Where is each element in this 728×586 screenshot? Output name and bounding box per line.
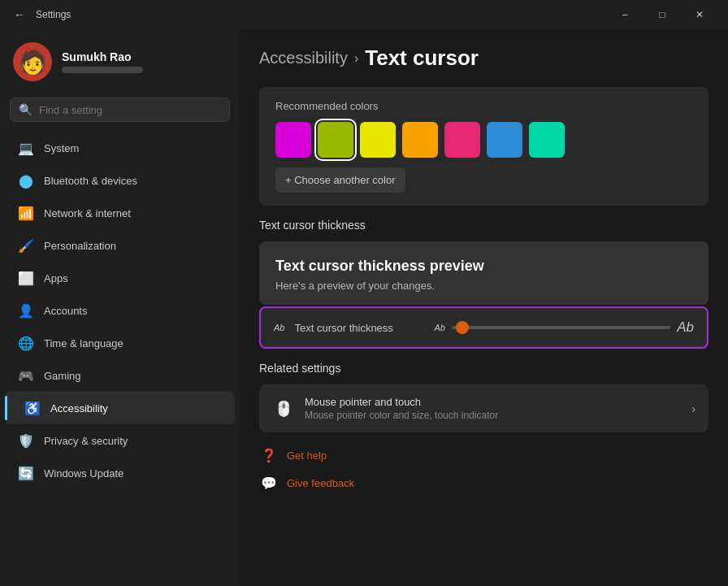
sidebar-item-personalization[interactable]: 🖌️ Personalization <box>5 229 235 262</box>
slider-track[interactable] <box>452 326 670 329</box>
sidebar-item-label: Privacy & security <box>44 435 128 447</box>
swatch-blue[interactable] <box>487 122 522 158</box>
swatch-purple[interactable] <box>275 122 311 158</box>
swatch-orange[interactable] <box>402 122 438 158</box>
privacy-icon: 🛡️ <box>18 432 34 449</box>
sidebar-item-label: Accessibility <box>50 402 108 415</box>
user-subtitle <box>62 67 143 73</box>
get-help-link[interactable]: ❓ Get help <box>259 445 708 465</box>
sidebar-item-update[interactable]: 🔄 Windows Update <box>5 457 235 489</box>
close-button[interactable]: ✕ <box>681 2 718 27</box>
sidebar-item-gaming[interactable]: 🎮 Gaming <box>5 359 235 392</box>
slider-row: Ab Text cursor thickness Ab Ab <box>259 306 708 349</box>
page-title: Text cursor <box>365 46 479 71</box>
thickness-section: Text cursor thickness Text cursor thickn… <box>259 219 708 349</box>
titlebar-controls: – □ ✕ <box>606 2 718 27</box>
personalization-icon: 🖌️ <box>18 237 34 254</box>
thickness-section-title: Text cursor thickness <box>259 219 708 232</box>
user-name: Sumukh Rao <box>62 50 143 63</box>
swatch-yellow[interactable] <box>360 122 396 158</box>
sidebar-item-label: Windows Update <box>44 467 124 480</box>
active-indicator <box>5 396 7 420</box>
related-item-chevron: › <box>691 402 696 415</box>
mouse-icon: 🖱️ <box>272 397 295 420</box>
maximize-button[interactable]: □ <box>644 2 681 27</box>
sidebar-item-label: Gaming <box>44 370 81 382</box>
swatch-green[interactable] <box>318 122 353 158</box>
thickness-preview-card: Text cursor thickness preview Here's a p… <box>259 241 708 305</box>
ab-label-left: Ab <box>274 323 284 332</box>
sidebar-item-label: Accounts <box>44 305 87 317</box>
sidebar-item-system[interactable]: 💻 System <box>5 132 235 164</box>
back-button[interactable]: ← <box>10 5 29 24</box>
sidebar-item-apps[interactable]: ⬜ Apps <box>5 262 235 294</box>
get-help-label: Get help <box>287 449 327 462</box>
app-body: 🧑 Sumukh Rao 🔍 💻 System ⬤ Bluetooth & de… <box>0 29 728 586</box>
search-icon: 🔍 <box>19 103 32 116</box>
network-icon: 📶 <box>18 205 34 221</box>
sidebar-item-time[interactable]: 🌐 Time & language <box>5 327 235 359</box>
titlebar: ← Settings – □ ✕ <box>0 0 728 29</box>
sidebar-item-label: Network & internet <box>44 207 131 219</box>
swatch-teal[interactable] <box>529 122 565 158</box>
colors-card: Recommended colors + Choose another colo… <box>259 87 708 206</box>
system-icon: 💻 <box>18 140 34 156</box>
time-icon: 🌐 <box>18 335 34 351</box>
sidebar-item-label: Time & language <box>44 337 124 349</box>
page-header: Accessibility › Text cursor <box>259 46 708 71</box>
breadcrumb-chevron: › <box>354 51 358 66</box>
titlebar-title: Settings <box>36 9 71 20</box>
related-item-subtitle: Mouse pointer color and size, touch indi… <box>305 410 498 421</box>
apps-icon: ⬜ <box>18 270 34 286</box>
give-feedback-link[interactable]: 💬 Give feedback <box>259 473 708 493</box>
color-swatches <box>275 122 692 158</box>
preview-subtitle: Here's a preview of your changes. <box>275 280 692 292</box>
choose-color-button[interactable]: + Choose another color <box>275 167 405 193</box>
slider-label: Text cursor thickness <box>294 322 424 334</box>
sidebar-item-privacy[interactable]: 🛡️ Privacy & security <box>5 424 235 457</box>
related-title: Related settings <box>259 362 708 375</box>
swatch-pink[interactable] <box>444 122 480 158</box>
user-info: Sumukh Rao <box>62 50 143 73</box>
related-item-left: 🖱️ Mouse pointer and touch Mouse pointer… <box>272 396 498 421</box>
search-input[interactable] <box>39 104 221 116</box>
slider-thumb[interactable] <box>456 321 469 334</box>
recommended-colors-label: Recommended colors <box>275 100 692 112</box>
avatar: 🧑 <box>13 42 52 81</box>
get-help-icon: ❓ <box>259 445 279 465</box>
search-box[interactable]: 🔍 <box>10 98 230 122</box>
related-item-mouse[interactable]: 🖱️ Mouse pointer and touch Mouse pointer… <box>259 384 708 432</box>
sidebar-item-label: System <box>44 142 79 154</box>
update-icon: 🔄 <box>18 465 34 481</box>
bluetooth-icon: ⬤ <box>18 172 34 189</box>
accessibility-icon: ♿ <box>24 400 41 416</box>
related-settings-section: Related settings 🖱️ Mouse pointer and to… <box>259 362 708 432</box>
preview-title: Text cursor thickness preview <box>275 258 692 275</box>
content-area: Accessibility › Text cursor Recommended … <box>240 29 728 586</box>
sidebar: 🧑 Sumukh Rao 🔍 💻 System ⬤ Bluetooth & de… <box>0 29 240 586</box>
sidebar-item-accounts[interactable]: 👤 Accounts <box>5 294 235 327</box>
titlebar-left: ← Settings <box>10 5 71 24</box>
minimize-button[interactable]: – <box>606 2 644 27</box>
sidebar-item-label: Bluetooth & devices <box>44 175 137 187</box>
related-item-info: Mouse pointer and touch Mouse pointer co… <box>305 396 498 421</box>
gaming-icon: 🎮 <box>18 367 34 384</box>
ab-label-slider-right: Ab <box>677 319 694 336</box>
breadcrumb[interactable]: Accessibility <box>259 49 348 67</box>
give-feedback-label: Give feedback <box>287 477 354 489</box>
sidebar-item-bluetooth[interactable]: ⬤ Bluetooth & devices <box>5 164 235 197</box>
give-feedback-icon: 💬 <box>259 473 279 493</box>
accounts-icon: 👤 <box>18 302 34 319</box>
ab-label-slider-left: Ab <box>434 323 444 332</box>
slider-container: Ab Ab <box>434 319 694 336</box>
sidebar-item-network[interactable]: 📶 Network & internet <box>5 197 235 229</box>
sidebar-item-label: Personalization <box>44 240 116 252</box>
related-item-title: Mouse pointer and touch <box>305 396 498 408</box>
sidebar-item-label: Apps <box>44 272 68 284</box>
footer-links: ❓ Get help 💬 Give feedback <box>259 445 708 493</box>
sidebar-item-accessibility[interactable]: ♿ Accessibility <box>5 392 235 424</box>
user-section: 🧑 Sumukh Rao <box>0 36 240 94</box>
